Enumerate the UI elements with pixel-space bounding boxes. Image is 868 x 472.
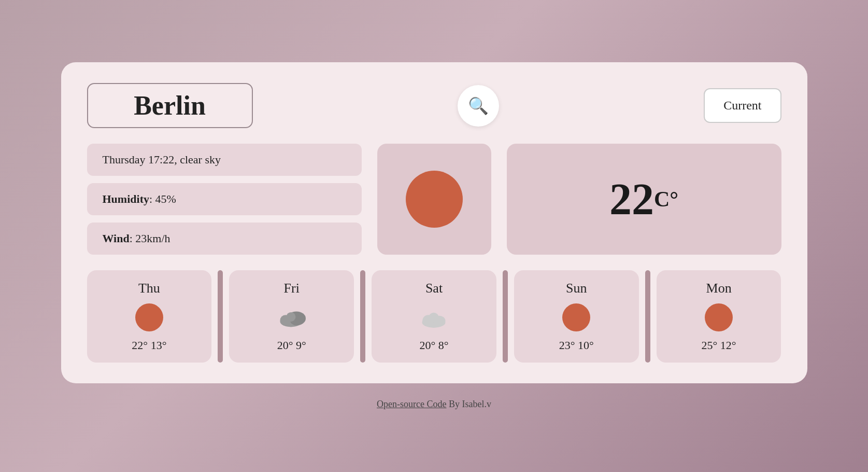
forecast-gap-4: [645, 270, 650, 363]
temperature-card: 22C°: [507, 144, 781, 255]
info-pills: Thursday 17:22, clear sky Humidity: 45% …: [87, 144, 362, 255]
forecast-icon-sun: [562, 303, 590, 331]
sun-icon-mon: [705, 303, 733, 331]
svg-point-4: [286, 312, 295, 322]
forecast-icon-sat: [418, 303, 449, 331]
temperature-value: 22: [609, 173, 654, 225]
forecast-gap-1: [218, 270, 223, 363]
open-source-link[interactable]: Open-source Code: [377, 399, 446, 409]
forecast-card-thu: Thu 22° 13°: [87, 270, 212, 363]
humidity-pill: Humidity: 45%: [87, 183, 362, 215]
wind-colon: :: [130, 232, 136, 245]
humidity-colon: :: [149, 192, 155, 205]
forecast-temps-sat: 20° 8°: [419, 339, 448, 352]
footer: Open-source Code By Isabel.v: [377, 399, 491, 410]
humidity-value: 45%: [155, 192, 176, 205]
weather-card: 🔍 Current Thursday 17:22, clear sky Humi…: [61, 62, 807, 383]
cloud-moon-svg: [276, 304, 307, 330]
sun-icon-sun: [562, 303, 590, 331]
forecast-day-thu: Thu: [138, 281, 160, 296]
temperature-unit: C°: [654, 187, 678, 212]
forecast-temps-mon: 25° 12°: [702, 339, 736, 352]
wind-label: Wind: [103, 232, 130, 245]
humidity-label: Humidity: [103, 192, 149, 205]
forecast-card-mon: Mon 25° 12°: [657, 270, 781, 363]
city-input-wrapper: [87, 83, 253, 128]
forecast-icon-mon: [705, 303, 733, 331]
weather-icon-card: [377, 144, 491, 255]
header-row: 🔍 Current: [87, 83, 781, 128]
forecast-day-fri: Fri: [284, 281, 300, 296]
cloud-svg: [418, 304, 449, 330]
forecast-icon-fri: [276, 303, 307, 331]
info-weather-row: Thursday 17:22, clear sky Humidity: 45% …: [87, 144, 781, 255]
forecast-gap-2: [360, 270, 365, 363]
forecast-gap-3: [503, 270, 508, 363]
forecast-day-sun: Sun: [566, 281, 587, 296]
forecast-row: Thu 22° 13° Fri: [87, 270, 781, 363]
forecast-card-sat: Sat 20° 8°: [372, 270, 496, 363]
forecast-card-fri: Fri 20° 9°: [229, 270, 354, 363]
search-icon: 🔍: [468, 96, 489, 116]
sun-icon-thu: [135, 303, 163, 331]
forecast-temps-fri: 20° 9°: [277, 339, 306, 352]
forecast-card-sun: Sun 23° 10°: [514, 270, 639, 363]
search-button[interactable]: 🔍: [458, 85, 499, 127]
forecast-temps-sun: 23° 10°: [559, 339, 594, 352]
wind-value: 23km/h: [135, 232, 170, 245]
forecast-day-sat: Sat: [425, 281, 443, 296]
wind-pill: Wind: 23km/h: [87, 223, 362, 255]
forecast-icon-thu: [135, 303, 163, 331]
current-sun-icon: [406, 171, 463, 228]
datetime-pill: Thursday 17:22, clear sky: [87, 144, 362, 176]
forecast-temps-thu: 22° 13°: [132, 339, 166, 352]
current-button[interactable]: Current: [704, 88, 781, 123]
svg-point-8: [433, 316, 446, 326]
city-input[interactable]: [87, 83, 253, 128]
forecast-day-mon: Mon: [706, 281, 732, 296]
footer-by-text: By Isabel.v: [449, 399, 491, 409]
